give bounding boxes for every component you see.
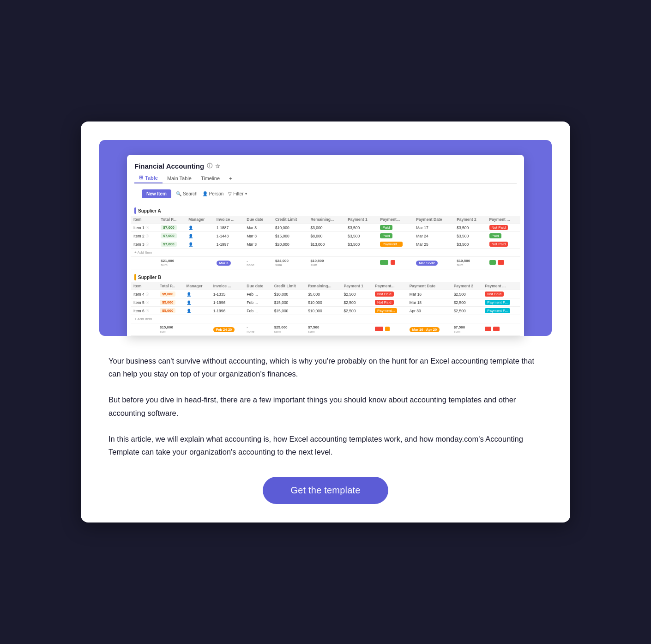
content-area: Your business can't survive without acco… — [99, 354, 552, 504]
cell-p2: $3,500 — [454, 240, 486, 249]
cell-manager: 👤 — [186, 224, 214, 232]
person-icon: 👤 — [202, 191, 208, 196]
cell-invoice-b: 1-1996 — [211, 307, 244, 315]
cell-ps1-b: Payment... — [372, 307, 407, 315]
search-action[interactable]: 🔍 Search — [176, 191, 198, 196]
col-payment1: Payment 1 — [345, 216, 377, 224]
summary-manager-b — [184, 323, 211, 336]
tab-table[interactable]: ⊞ Table — [134, 173, 163, 183]
cell-p1-b: $2,500 — [341, 290, 372, 298]
cell-manager: 👤 — [186, 240, 214, 249]
cell-item: Item 1 ☉ — [131, 224, 158, 232]
cell-p2: $3,500 — [454, 232, 486, 240]
new-item-button[interactable]: New Item — [142, 189, 171, 198]
cell-due-b: Feb ... — [244, 307, 271, 315]
cta-container: Get the template — [108, 477, 542, 504]
cell-p1: $3,500 — [345, 240, 377, 249]
col-p2-b: Payment 2 — [451, 282, 482, 290]
cell-total: $7,000 — [158, 240, 186, 249]
cell-ps2-b: Payment P... — [482, 298, 520, 307]
summary-p1-b — [341, 323, 372, 336]
summary-total: $21,000sum — [158, 257, 186, 269]
table-content: Supplier A Item Total P... Manager Invoi… — [127, 206, 524, 336]
group-a-header: Supplier A — [131, 206, 520, 216]
window-header: Financial Accounting ⓘ ☆ ⊞ Table Main Ta… — [127, 162, 524, 206]
table-tab-icon: ⊞ — [139, 175, 143, 181]
cell-p2: $3,500 — [454, 224, 486, 232]
summary-remaining: $10,500sum — [307, 257, 345, 269]
summary-pd-b: Mar 16 - Apr 20 — [407, 323, 451, 336]
summary-credit: $24,000sum — [272, 257, 307, 269]
col-ps2-b: Payment ... — [482, 282, 520, 290]
cell-remaining-b: $10,000 — [305, 298, 341, 307]
cell-ps1-b: Not Paid — [372, 298, 407, 307]
tab-timeline[interactable]: Timeline — [196, 173, 224, 183]
cell-p1-b: $2,500 — [341, 307, 372, 315]
cell-total-b: $5,000 — [157, 290, 184, 298]
cell-ps1: Payment... — [377, 240, 413, 249]
filter-action[interactable]: ▽ Filter ▾ — [228, 191, 247, 196]
cell-invoice: 1-1887 — [214, 224, 244, 232]
add-item-row-b[interactable]: + Add Item — [131, 315, 520, 323]
cell-pd-b: Mar 16 — [407, 290, 451, 298]
cell-total-b: $5,000 — [157, 307, 184, 315]
cell-item: Item 2 ☉ — [131, 232, 158, 240]
summary-manager — [186, 257, 214, 269]
cell-ps2-b: Payment P... — [482, 307, 520, 315]
supplier-a-table: Item Total P... Manager Invoice ... Due … — [131, 216, 520, 269]
cell-pd-b: Mar 18 — [407, 298, 451, 307]
tab-table-label: Table — [145, 175, 158, 181]
cell-credit-b: $15,000 — [271, 307, 305, 315]
col-due: Due date — [244, 216, 272, 224]
add-item-row-a[interactable]: + Add Item — [131, 249, 520, 257]
toolbar: New Item 🔍 Search 👤 Person ▽ Filter ▾ — [134, 188, 517, 202]
summary-row-b: $15,000sum Feb 24-20 -none $25,000sum $7… — [131, 323, 520, 336]
cell-due-b: Feb ... — [244, 290, 271, 298]
summary-date: Mar 3 — [214, 257, 244, 269]
summary-ps1-b — [372, 323, 407, 336]
col-item: Item — [131, 216, 158, 224]
window-title: Financial Accounting ⓘ ☆ — [134, 162, 517, 170]
col-invoice-b: Invoice ... — [211, 282, 244, 290]
summary-total-b: $15,000sum — [157, 323, 184, 336]
cell-credit-b: $10,000 — [271, 290, 305, 298]
cell-item-b: Item 4 ☉ — [131, 290, 157, 298]
cell-total: $7,000 — [158, 224, 186, 232]
cell-manager-b: 👤 — [184, 298, 211, 307]
person-action[interactable]: 👤 Person — [202, 191, 224, 196]
summary-pd: Mar 17-32 — [413, 257, 454, 269]
cell-p2-b: $2,500 — [451, 290, 482, 298]
cell-item: Item 3 ☉ — [131, 240, 158, 249]
cell-ps2: Not Paid — [487, 224, 520, 232]
summary-none: -none — [244, 257, 272, 269]
get-template-button[interactable]: Get the template — [263, 477, 388, 504]
add-item-label-b: + Add Item — [131, 315, 520, 323]
tab-main-table[interactable]: Main Table — [163, 173, 196, 183]
cell-p1-b: $2,500 — [341, 298, 372, 307]
search-label: Search — [183, 191, 198, 196]
group-b-label: Supplier B — [138, 275, 161, 280]
cell-remaining-b: $10,000 — [305, 307, 341, 315]
summary-date-b: Feb 24-20 — [211, 323, 244, 336]
summary-ps1 — [377, 257, 413, 269]
cell-due: Mar 3 — [244, 232, 272, 240]
cell-pd: Mar 25 — [413, 240, 454, 249]
col-ps1-b: Payment... — [372, 282, 407, 290]
cell-due: Mar 3 — [244, 224, 272, 232]
window-tabs: ⊞ Table Main Table Timeline + — [134, 173, 517, 184]
col-total-b: Total P... — [157, 282, 184, 290]
cell-ps2-b: Not Paid — [482, 290, 520, 298]
table-row: Item 1 ☉ $7,000 👤 1-1887 Mar 3 $10,000 $… — [131, 224, 520, 232]
table-row: Item 4 ☉ $5,000 👤 1-1335 Feb ... $10,000… — [131, 290, 520, 298]
col-invoice: Invoice ... — [214, 216, 244, 224]
cell-due: Mar 3 — [244, 240, 272, 249]
col-credit-b: Credit Limit — [271, 282, 305, 290]
cell-credit: $10,000 — [272, 224, 307, 232]
tab-add[interactable]: + — [224, 173, 236, 183]
paragraph-1: Your business can't survive without acco… — [108, 354, 542, 380]
summary-p1 — [345, 257, 377, 269]
cell-due-b: Feb ... — [244, 298, 271, 307]
cell-remaining: $3,000 — [307, 224, 345, 232]
search-icon: 🔍 — [176, 191, 181, 196]
group-b-indicator — [134, 274, 136, 280]
